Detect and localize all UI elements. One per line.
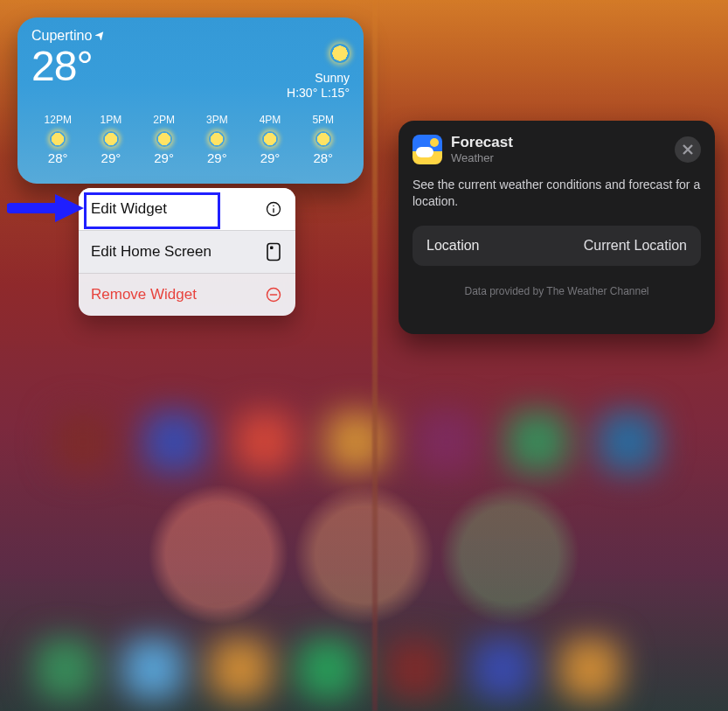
hour-col: 12PM28° xyxy=(31,114,84,165)
forecast-header: Forecast Weather xyxy=(413,135,701,164)
minus-circle-icon xyxy=(264,285,283,304)
hour-time: 1PM xyxy=(85,114,137,126)
current-temperature: 28° xyxy=(31,45,106,87)
edit-widget-label: Edit Widget xyxy=(91,200,167,218)
condition-text: Sunny xyxy=(315,71,350,85)
weather-app-icon xyxy=(413,135,442,164)
annotation-arrow-icon xyxy=(7,191,86,226)
sun-icon xyxy=(103,131,119,147)
weather-left-block: Cupertino 28° xyxy=(31,28,106,87)
hilo-text: H:30° L:15° xyxy=(287,86,350,100)
forecast-title: Forecast xyxy=(451,135,513,151)
forecast-description: See the current weather conditions and f… xyxy=(413,177,701,210)
weather-right-block: Sunny H:30° L:15° xyxy=(287,44,350,101)
hour-time: 2PM xyxy=(137,114,190,126)
close-button[interactable] xyxy=(675,136,701,163)
hour-temp: 28° xyxy=(297,150,350,165)
hour-col: 4PM29° xyxy=(244,114,296,165)
sun-icon xyxy=(262,131,278,147)
sun-icon xyxy=(50,131,66,147)
edit-widget-item[interactable]: Edit Widget xyxy=(79,188,295,230)
hour-temp: 29° xyxy=(85,150,137,165)
svg-rect-3 xyxy=(267,244,280,261)
blurred-icons-row xyxy=(52,411,659,472)
hour-time: 5PM xyxy=(297,114,350,126)
hour-temp: 28° xyxy=(31,150,84,165)
location-value: Current Location xyxy=(584,238,687,254)
hour-temp: 29° xyxy=(191,150,243,165)
sun-icon xyxy=(156,131,172,147)
edit-home-screen-item[interactable]: Edit Home Screen xyxy=(79,230,295,273)
location-text: Cupertino xyxy=(31,28,92,44)
forecast-settings-sheet: Forecast Weather See the current weather… xyxy=(399,121,715,334)
sun-icon xyxy=(209,131,225,147)
blurred-dock-row xyxy=(35,638,621,700)
hour-col: 1PM29° xyxy=(85,114,137,165)
sun-icon xyxy=(315,131,331,147)
hour-temp: 29° xyxy=(137,150,190,165)
forecast-title-block: Forecast Weather xyxy=(451,135,513,164)
hourly-forecast-row: 12PM28° 1PM29° 2PM29° 3PM29° 4PM29° 5PM2… xyxy=(31,114,350,165)
hour-col: 2PM29° xyxy=(137,114,190,165)
weather-widget[interactable]: Cupertino 28° Sunny H:30° L:15° 12PM28° … xyxy=(17,17,364,184)
edit-home-label: Edit Home Screen xyxy=(91,243,211,261)
hour-col: 5PM28° xyxy=(297,114,350,165)
close-icon xyxy=(682,143,694,156)
svg-rect-4 xyxy=(270,247,274,250)
hour-time: 3PM xyxy=(191,114,243,126)
location-row[interactable]: Location Current Location xyxy=(413,226,701,266)
location-arrow-icon xyxy=(95,28,106,44)
phone-rect-icon xyxy=(264,242,283,261)
screenshot-canvas: Cupertino 28° Sunny H:30° L:15° 12PM28° … xyxy=(0,0,728,711)
weather-location: Cupertino xyxy=(31,28,106,44)
svg-point-2 xyxy=(273,205,274,206)
widget-context-menu: Edit Widget Edit Home Screen Remove Widg… xyxy=(79,188,295,316)
info-icon xyxy=(264,199,283,219)
sun-icon xyxy=(330,44,350,63)
location-label: Location xyxy=(426,238,480,254)
hour-time: 4PM xyxy=(244,114,296,126)
hour-col: 3PM29° xyxy=(191,114,243,165)
data-attribution: Data provided by The Weather Channel xyxy=(413,285,701,297)
weather-header-row: Cupertino 28° Sunny H:30° L:15° xyxy=(31,28,350,101)
remove-widget-item[interactable]: Remove Widget xyxy=(79,273,295,316)
remove-widget-label: Remove Widget xyxy=(91,286,197,303)
hour-temp: 29° xyxy=(244,150,296,165)
hour-time: 12PM xyxy=(31,114,84,126)
forecast-subtitle: Weather xyxy=(451,151,513,164)
